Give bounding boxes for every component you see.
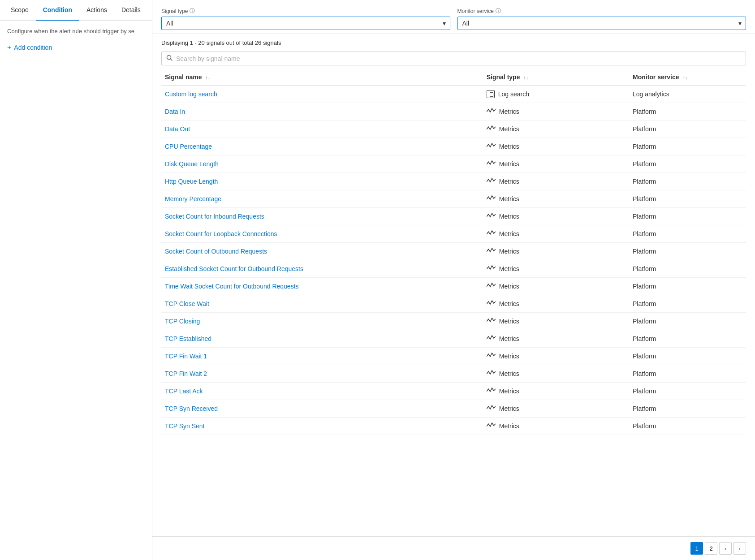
search-input[interactable] — [176, 55, 741, 62]
signal-name-link[interactable]: CPU Percentage — [165, 143, 212, 150]
signal-type-cell: Metrics — [483, 365, 629, 383]
signal-type-text: Metrics — [499, 388, 519, 395]
signal-name-link[interactable]: Disk Queue Length — [165, 160, 219, 168]
signal-name-link[interactable]: TCP Established — [165, 335, 211, 342]
signal-type-cell: Metrics — [483, 330, 629, 348]
signal-name-link[interactable]: Established Socket Count for Outbound Re… — [165, 265, 303, 272]
signal-name-cell: Socket Count for Inbound Requests — [161, 208, 483, 225]
sidebar: Scope Condition Actions Details Configur… — [0, 0, 152, 560]
signal-type-text: Metrics — [499, 125, 519, 133]
signal-name-cell: TCP Close Wait — [161, 295, 483, 313]
signal-name-link[interactable]: Socket Count for Inbound Requests — [165, 213, 264, 220]
signal-type-cell: 🗒Log search — [483, 86, 629, 103]
metrics-icon — [487, 160, 496, 168]
metrics-icon — [487, 142, 496, 151]
monitor-service-cell: Platform — [629, 278, 746, 295]
signal-name-cell: Socket Count of Outbound Requests — [161, 243, 483, 260]
signal-name-cell: TCP Last Ack — [161, 383, 483, 400]
signal-type-text: Metrics — [499, 230, 519, 237]
table-row: Http Queue LengthMetricsPlatform — [161, 173, 746, 190]
signal-type-text: Metrics — [499, 283, 519, 290]
metrics-icon — [487, 195, 496, 203]
signal-type-text: Metrics — [499, 178, 519, 185]
signal-name-link[interactable]: TCP Last Ack — [165, 388, 203, 395]
signal-type-filter: Signal type ⓘ All Metrics Log search Act… — [161, 7, 450, 30]
tab-condition[interactable]: Condition — [36, 0, 79, 21]
table-row: Established Socket Count for Outbound Re… — [161, 260, 746, 278]
signal-name-link[interactable]: TCP Syn Received — [165, 405, 218, 412]
signal-type-text: Metrics — [499, 300, 519, 307]
signal-name-link[interactable]: Data In — [165, 108, 185, 115]
pagination: 1 2 ‹ › — [152, 536, 755, 560]
info-icon: ⓘ — [190, 7, 195, 15]
col-signal-type[interactable]: Signal type ↑↓ — [483, 69, 629, 86]
signal-name-link[interactable]: TCP Fin Wait 1 — [165, 353, 207, 360]
signal-type-cell: Metrics — [483, 295, 629, 313]
metrics-icon — [487, 265, 496, 273]
monitor-service-cell: Platform — [629, 330, 746, 348]
signal-name-cell: Http Queue Length — [161, 173, 483, 190]
table-row: Disk Queue LengthMetricsPlatform — [161, 155, 746, 173]
signal-type-text: Metrics — [499, 422, 519, 430]
signal-name-link[interactable]: Custom log search — [165, 90, 217, 98]
metrics-icon — [487, 230, 496, 238]
signal-name-link[interactable]: TCP Fin Wait 2 — [165, 370, 207, 377]
signal-name-link[interactable]: Time Wait Socket Count for Outbound Requ… — [165, 283, 299, 290]
signal-name-link[interactable]: TCP Syn Sent — [165, 422, 204, 430]
col-monitor-service[interactable]: Monitor service ↑↓ — [629, 69, 746, 86]
page-1-button[interactable]: 1 — [690, 542, 703, 555]
signal-type-cell: Metrics — [483, 103, 629, 121]
prev-page-button[interactable]: ‹ — [719, 542, 732, 555]
col-signal-name[interactable]: Signal name ↑↓ — [161, 69, 483, 86]
signal-type-select[interactable]: All Metrics Log search Activity log — [161, 17, 450, 30]
signal-name-cell: TCP Fin Wait 1 — [161, 348, 483, 365]
signal-name-cell: Custom log search — [161, 86, 483, 103]
signal-type-cell: Metrics — [483, 208, 629, 225]
signal-name-link[interactable]: TCP Close Wait — [165, 300, 209, 307]
signal-type-cell: Metrics — [483, 155, 629, 173]
signal-type-text: Metrics — [499, 265, 519, 272]
table-row: TCP Fin Wait 2MetricsPlatform — [161, 365, 746, 383]
monitor-service-cell: Log analytics — [629, 86, 746, 103]
sidebar-content: Configure when the alert rule should tri… — [0, 21, 152, 560]
metrics-icon — [487, 422, 496, 430]
signal-name-cell: CPU Percentage — [161, 138, 483, 155]
signal-type-cell: Metrics — [483, 243, 629, 260]
metrics-icon — [487, 352, 496, 360]
signal-name-link[interactable]: Memory Percentage — [165, 195, 221, 202]
sort-icon-type: ↑↓ — [523, 75, 528, 80]
signal-name-link[interactable]: TCP Closing — [165, 318, 200, 325]
signal-type-text: Metrics — [499, 405, 519, 412]
signal-name-link[interactable]: Socket Count for Loopback Connections — [165, 230, 277, 237]
tab-scope[interactable]: Scope — [4, 0, 36, 21]
monitor-service-cell: Platform — [629, 295, 746, 313]
monitor-service-select[interactable]: All Platform Log analytics — [457, 17, 746, 30]
metrics-icon — [487, 300, 496, 308]
metrics-icon — [487, 387, 496, 395]
add-condition-button[interactable]: + Add condition — [7, 42, 52, 53]
page-2-button[interactable]: 2 — [705, 542, 717, 555]
monitor-service-label: Monitor service ⓘ — [457, 7, 746, 15]
signal-type-cell: Metrics — [483, 383, 629, 400]
signal-name-link[interactable]: Http Queue Length — [165, 178, 218, 185]
sort-icon-monitor: ↑↓ — [682, 75, 687, 80]
svg-line-1 — [171, 59, 173, 61]
monitor-service-cell: Platform — [629, 400, 746, 418]
table-row: Socket Count for Loopback ConnectionsMet… — [161, 225, 746, 243]
monitor-service-cell: Platform — [629, 155, 746, 173]
signal-type-text: Metrics — [499, 195, 519, 202]
tab-actions[interactable]: Actions — [79, 0, 114, 21]
add-condition-label: Add condition — [14, 44, 52, 51]
signal-name-cell: Time Wait Socket Count for Outbound Requ… — [161, 278, 483, 295]
monitor-service-cell: Platform — [629, 138, 746, 155]
signal-type-cell: Metrics — [483, 348, 629, 365]
signal-name-link[interactable]: Data Out — [165, 125, 190, 133]
tab-details[interactable]: Details — [114, 0, 148, 21]
signal-name-link[interactable]: Socket Count of Outbound Requests — [165, 248, 267, 255]
signal-type-cell: Metrics — [483, 278, 629, 295]
signals-table: Signal name ↑↓ Signal type ↑↓ Monitor se… — [161, 69, 746, 435]
next-page-button[interactable]: › — [733, 542, 746, 555]
signal-name-cell: TCP Established — [161, 330, 483, 348]
metrics-icon — [487, 282, 496, 290]
signal-type-text: Log search — [498, 90, 529, 98]
